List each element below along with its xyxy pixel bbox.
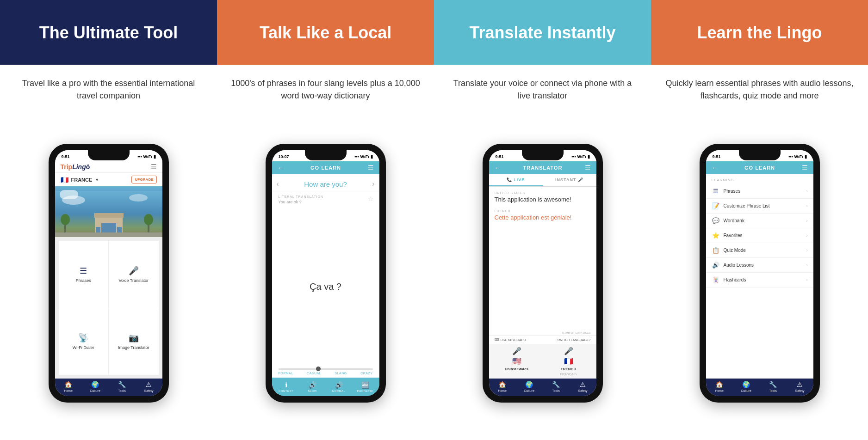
panel3-desc: Translate your voice or connect via phon…: [434, 65, 651, 111]
menu-phrases[interactable]: ☰ Phrases ›: [706, 184, 813, 199]
nav-home[interactable]: 🏠 Home: [55, 381, 82, 392]
slang-slang: SLANG: [335, 372, 347, 375]
menu-audio[interactable]: 🔊 Audio Lessons ›: [706, 258, 813, 273]
favorites-menu-label: Favorites: [724, 233, 803, 238]
wifi3-icon: WiFi: [577, 154, 586, 159]
culture3-icon: 🌍: [525, 381, 533, 388]
menu-customize[interactable]: 📝 Customize Phrase List ›: [706, 199, 813, 214]
nav4-culture[interactable]: 🌍 Culture: [733, 381, 760, 392]
phone4-status-icons: ▪▪▪ WiFi ▮: [788, 154, 807, 159]
audio-menu-icon: 🔊: [712, 262, 720, 269]
phonetic-icon: 🔤: [361, 381, 369, 389]
back-arrow-icon[interactable]: ←: [278, 164, 284, 171]
phone4-notch: [739, 150, 781, 160]
panel4-phone-container: 9:51 ▪▪▪ WiFi ▮ ← GO LEARN ☰ LEARNING ☰: [690, 111, 829, 440]
prev-phrase-icon[interactable]: ‹: [277, 180, 279, 188]
gl-slow-btn[interactable]: 🔊 SLOW: [300, 381, 325, 392]
phone1: 9:51 ▪▪▪ WiFi ▮ TripLingö ☰ 🇫🇷 FRANCE: [49, 144, 169, 403]
phone1-app-header: TripLingö ☰: [55, 161, 162, 173]
hamburger-icon[interactable]: ☰: [151, 163, 157, 171]
phrases-label: Phrases: [76, 278, 91, 283]
nav3-safety[interactable]: ⚠ Safety: [570, 381, 596, 392]
nav4-safety[interactable]: ⚠ Safety: [787, 381, 813, 392]
quiz-menu-label: Quiz Mode: [724, 248, 803, 253]
favorite-star-icon[interactable]: ☆: [368, 195, 374, 202]
nav3-home[interactable]: 🏠 Home: [489, 381, 516, 392]
chevron5-icon: ›: [806, 263, 807, 268]
literal-label: LITERAL TRANSLATION: [279, 195, 373, 198]
back-arrow2-icon[interactable]: ←: [495, 164, 501, 171]
phone1-status-icons: ▪▪▪ WiFi ▮: [137, 154, 156, 159]
action-wifi-dialer[interactable]: 📡 Wi-Fi Dialer: [59, 308, 109, 375]
phone3-status-icons: ▪▪▪ WiFi ▮: [571, 154, 590, 159]
dropdown-arrow-icon[interactable]: ▼: [95, 177, 99, 182]
mic-tab-icon: 🎤: [578, 177, 583, 182]
panel2-title: Talk Like a Local: [260, 23, 391, 43]
voice-label: Voice Translator: [118, 278, 149, 283]
safety4-icon: ⚠: [797, 381, 803, 388]
us-text: This application is awesome!: [495, 196, 591, 203]
svg-point-10: [61, 214, 70, 225]
tab-live[interactable]: 📞 LIVE: [489, 174, 543, 186]
chevron4-icon: ›: [806, 248, 807, 253]
next-phrase-icon[interactable]: ›: [372, 180, 374, 188]
phone3-time: 9:51: [496, 154, 504, 159]
menu-wordbank[interactable]: 💬 Wordbank ›: [706, 214, 813, 228]
tools-icon: 🔧: [118, 381, 126, 388]
back-arrow3-icon[interactable]: ←: [712, 164, 718, 171]
nav-tools[interactable]: 🔧 Tools: [109, 381, 136, 392]
use-keyboard-btn[interactable]: ⌨ USE KEYBOARD: [495, 338, 526, 342]
slang-thumb[interactable]: [316, 367, 321, 371]
flashcards-menu-label: Flashcards: [724, 277, 803, 282]
menu-quiz[interactable]: 📋 Quiz Mode ›: [706, 243, 813, 258]
customize-menu-icon: 📝: [712, 202, 720, 209]
svg-point-2: [129, 194, 148, 202]
signal-icon: ▪▪▪: [137, 154, 142, 159]
data-usage: 0.1MB OF DATA USED: [489, 330, 596, 335]
signal3-icon: ▪▪▪: [571, 154, 576, 159]
phone3: 9:51 ▪▪▪ WiFi ▮ ← TRANSLATOR ☰ 📞 LIVE: [483, 144, 603, 403]
menu-flashcards[interactable]: 🃏 Flashcards ›: [706, 273, 813, 287]
action-voice-translator[interactable]: 🎤 Voice Translator: [109, 241, 159, 308]
battery-icon: ▮: [154, 154, 156, 159]
translator-tabs: 📞 LIVE INSTANT 🎤: [489, 174, 596, 187]
gl-context-btn[interactable]: ℹ CONTEXT: [274, 381, 298, 392]
chevron1-icon: ›: [806, 203, 807, 208]
us-mic-icon: 🎤: [512, 347, 521, 355]
panel3-phone-container: 9:51 ▪▪▪ WiFi ▮ ← TRANSLATOR ☰ 📞 LIVE: [473, 111, 612, 440]
panel1-desc: Travel like a pro with the essential int…: [0, 65, 217, 111]
upgrade-button[interactable]: UPGRADE: [131, 176, 156, 183]
chevron0-icon: ›: [806, 189, 807, 194]
translator-menu-icon[interactable]: ☰: [585, 164, 591, 171]
phone1-time: 9:51: [62, 154, 70, 159]
menu2-icon[interactable]: ☰: [802, 164, 808, 171]
nav-safety[interactable]: ⚠ Safety: [136, 381, 162, 392]
phone4-bottom-nav: 🏠 Home 🌍 Culture 🔧 Tools ⚠ Safety: [706, 379, 813, 396]
context-icon: ℹ: [285, 381, 287, 389]
gl-phonetic-btn[interactable]: 🔤 PHONETIC: [353, 381, 378, 392]
gl-normal-btn[interactable]: 🔊 NORMAL: [327, 381, 351, 392]
chevron6-icon: ›: [806, 277, 807, 282]
slang-track[interactable]: [279, 368, 373, 370]
slang-slider: FORMAL CASUAL SLANG CRAZY: [272, 366, 379, 378]
action-image-translator[interactable]: 📷 Image Translator: [109, 308, 159, 375]
lang-us-item[interactable]: 🎤 🇺🇸 United States: [493, 347, 541, 376]
phrase-nav: ‹ How are you? ›: [272, 174, 379, 191]
phrases-icon: ☰: [80, 266, 87, 276]
country-name: FRANCE: [71, 177, 93, 183]
menu-icon[interactable]: ☰: [368, 164, 374, 171]
panel4-title: Learn the Lingo: [697, 23, 822, 43]
nav4-home[interactable]: 🏠 Home: [706, 381, 733, 392]
nav-culture[interactable]: 🌍 Culture: [82, 381, 109, 392]
nav3-culture[interactable]: 🌍 Culture: [516, 381, 543, 392]
nav3-tools[interactable]: 🔧 Tools: [543, 381, 570, 392]
menu-favorites[interactable]: ⭐ Favorites ›: [706, 228, 813, 243]
phone4-screen: 9:51 ▪▪▪ WiFi ▮ ← GO LEARN ☰ LEARNING ☰: [706, 150, 813, 396]
culture4-icon: 🌍: [742, 381, 750, 388]
switch-language-btn[interactable]: SWITCH LANGUAGE?: [557, 338, 590, 342]
slow-icon: 🔊: [309, 381, 316, 389]
nav4-tools[interactable]: 🔧 Tools: [760, 381, 787, 392]
action-phrases[interactable]: ☰ Phrases: [59, 241, 109, 308]
lang-fr-item[interactable]: 🎤 🇫🇷 FRENCH FRANÇAIS: [545, 347, 593, 376]
tab-instant[interactable]: INSTANT 🎤: [543, 174, 596, 186]
